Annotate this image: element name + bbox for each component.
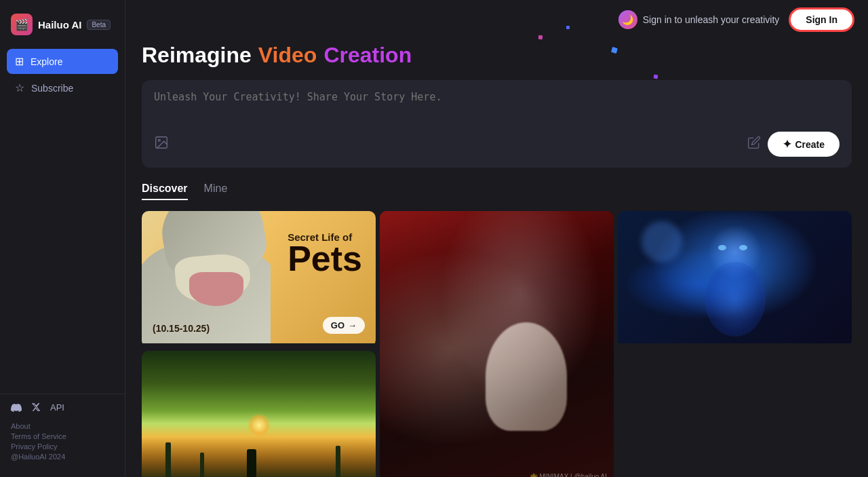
main-content: 🌙 Sign in to unleash your creativity Sig… [125, 0, 868, 477]
go-label: GO [331, 320, 344, 330]
go-arrow-icon: → [348, 320, 357, 330]
api-link[interactable]: API [50, 402, 64, 415]
privacy-link[interactable]: Privacy Policy [11, 442, 114, 451]
sign-in-prompt: 🌙 Sign in to unleash your creativity [618, 10, 780, 29]
pets-title-large: Pets [288, 243, 362, 275]
header: 🌙 Sign in to unleash your creativity Sig… [125, 0, 868, 39]
page-title: Reimagine Video Creation [142, 42, 852, 68]
title-video: Video [258, 42, 317, 68]
sign-in-prompt-text: Sign in to unleash your creativity [643, 14, 780, 25]
sidebar: 🎬 Hailuo AI Beta ⊞ Explore ☆ Subscribe A… [0, 0, 125, 477]
logo-area: 🎬 Hailuo AI Beta [0, 8, 125, 46]
pets-go-button[interactable]: GO → [323, 317, 365, 334]
image-upload-icon[interactable] [154, 135, 169, 153]
svg-point-1 [158, 140, 160, 142]
tab-discover[interactable]: Discover [142, 183, 188, 200]
sidebar-item-subscribe-label: Subscribe [31, 83, 73, 94]
create-button-label: Create [795, 139, 825, 150]
tab-mine[interactable]: Mine [204, 183, 228, 200]
gallery-grid: Secret Life of Pets (10.15-10.25) GO → [142, 211, 852, 477]
twitter-link[interactable] [31, 402, 41, 415]
gallery-item-pets[interactable]: Secret Life of Pets (10.15-10.25) GO → [142, 211, 376, 347]
subscribe-icon: ☆ [15, 81, 24, 94]
footer-links: About Terms of Service Privacy Policy @H… [11, 422, 114, 461]
beta-badge: Beta [87, 20, 111, 30]
pets-text: Secret Life of Pets [288, 231, 362, 275]
tos-link[interactable]: Terms of Service [11, 432, 114, 440]
gallery-item-dragon[interactable]: 🌟 MINIMAX | @hailuo AI [380, 211, 614, 477]
prompt-input[interactable] [154, 91, 840, 123]
sign-in-button[interactable]: Sign In [789, 7, 854, 32]
copyright-text: @HailuoAI 2024 [11, 453, 114, 461]
gallery-item-blue-cat[interactable] [618, 211, 852, 347]
explore-icon: ⊞ [15, 55, 24, 68]
title-creation: Creation [323, 42, 412, 68]
prompt-right-icons: ✦ Create [747, 132, 840, 157]
create-button[interactable]: ✦ Create [768, 132, 840, 157]
app-logo-icon: 🎬 [11, 14, 33, 35]
discord-link[interactable] [11, 402, 22, 415]
edit-icon[interactable] [747, 136, 761, 153]
prompt-left-icons [154, 135, 169, 153]
decorative-dot-2 [654, 75, 658, 79]
nav-items: ⊞ Explore ☆ Subscribe [0, 46, 125, 394]
sidebar-item-subscribe[interactable]: ☆ Subscribe [7, 75, 118, 100]
gallery-item-sunset[interactable] [142, 351, 376, 477]
page-body: Reimagine Video Creation ✦ [125, 39, 868, 477]
sidebar-item-explore-label: Explore [31, 56, 62, 67]
plus-icon: ✦ [783, 138, 791, 151]
pets-date: (10.15-10.25) [153, 323, 210, 334]
social-links: API [11, 402, 114, 415]
prompt-actions: ✦ Create [154, 132, 840, 157]
title-reimagine: Reimagine [142, 42, 252, 68]
tabs: Discover Mine [142, 183, 852, 200]
minimax-badge: 🌟 MINIMAX | @hailuo AI [530, 473, 607, 477]
app-name: Hailuo AI [38, 19, 81, 31]
moon-icon: 🌙 [618, 10, 637, 29]
sidebar-bottom: API About Terms of Service Privacy Polic… [0, 394, 125, 469]
prompt-box: ✦ Create [142, 80, 852, 168]
about-link[interactable]: About [11, 422, 114, 430]
sidebar-item-explore[interactable]: ⊞ Explore [7, 49, 118, 74]
